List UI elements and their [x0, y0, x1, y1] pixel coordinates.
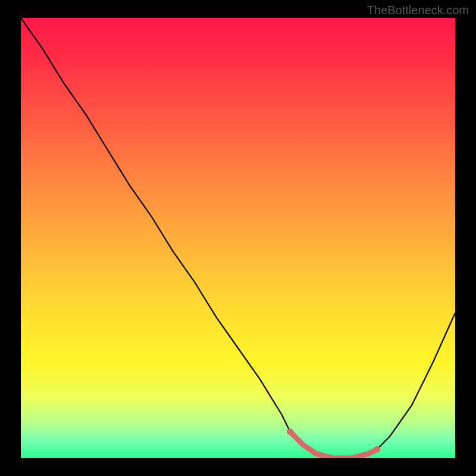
bottleneck-curve: [21, 18, 455, 458]
highlight-segment: [290, 432, 377, 458]
curve-svg: [21, 18, 455, 458]
watermark-text: TheBottleneck.com: [367, 4, 469, 17]
plot-area: [21, 18, 455, 458]
highlight-end-dot: [374, 446, 380, 453]
chart-container: TheBottleneck.com: [0, 0, 476, 476]
highlight-start-dot: [287, 428, 293, 435]
